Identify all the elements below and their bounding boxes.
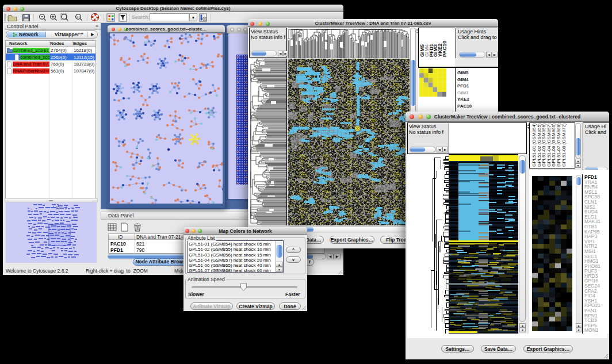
svg-text:1:1: 1:1 — [76, 16, 81, 18]
